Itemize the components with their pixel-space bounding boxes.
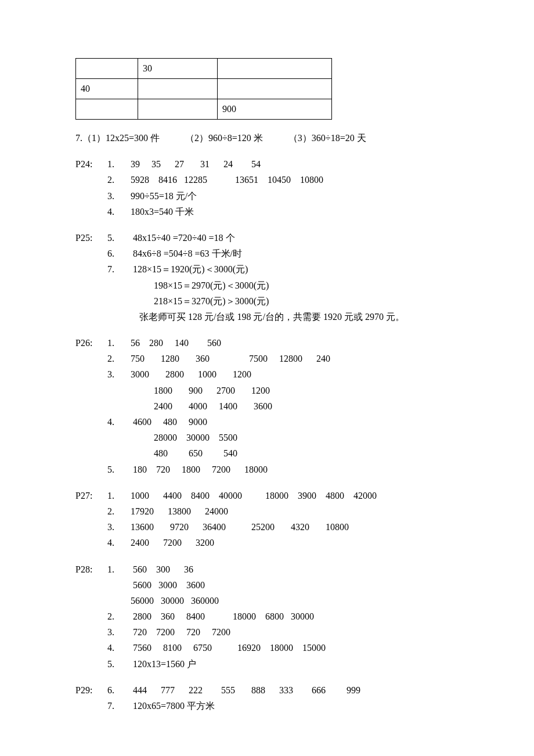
item-values: 120x65=7800 平方米 xyxy=(131,698,215,714)
item-values: 4600 480 9000 xyxy=(131,414,207,430)
item-num: 2. xyxy=(107,609,131,624)
cell-r2c2: 900 xyxy=(218,99,332,120)
item-num: 3. xyxy=(107,188,131,204)
item-num: 1. xyxy=(107,561,131,577)
item-sub: 5600 3000 3600 xyxy=(75,577,459,593)
p26-block: P26:1.56 280 140 560 2.750 1280 360 7500… xyxy=(75,335,459,477)
item-sub: 张老师可买 128 元/台或 198 元/台的，共需要 1920 元或 2970… xyxy=(75,309,459,325)
p29-block: P29:6. 444 777 222 555 888 333 666 999 7… xyxy=(75,682,459,714)
item-values: 2400 7200 3200 xyxy=(131,535,214,550)
item-num: 4. xyxy=(107,414,131,430)
item-values: 39 35 27 31 24 54 xyxy=(131,156,261,172)
item-sub: 198×15＝2970(元)＜3000(元) xyxy=(75,278,459,293)
item-values: 444 777 222 555 888 333 666 999 xyxy=(131,682,360,698)
cell-r2c0 xyxy=(76,99,138,120)
item-values: 560 300 36 xyxy=(131,561,193,577)
item-values: 13600 9720 36400 25200 4320 10800 xyxy=(131,519,349,535)
table-row: 900 xyxy=(76,99,332,120)
item-num: 2. xyxy=(107,172,131,188)
item-num: 7. xyxy=(107,261,131,277)
item-num: 5. xyxy=(107,656,131,672)
table-row: 30 xyxy=(76,59,332,79)
item-num: 4. xyxy=(107,640,131,656)
item-num: 3. xyxy=(107,519,131,535)
item-values: 180 720 1800 7200 18000 xyxy=(131,462,268,477)
cell-r0c0 xyxy=(76,59,138,79)
item-num: 5. xyxy=(107,230,131,246)
item-num: 4. xyxy=(107,535,131,550)
page-label: P27: xyxy=(75,488,107,503)
item-values: 48x15÷40 =720÷40 =18 个 xyxy=(131,230,235,246)
item-values: 3000 2800 1000 1200 xyxy=(131,366,251,382)
page-label: P26: xyxy=(75,335,107,351)
cell-r2c1 xyxy=(138,99,218,120)
item-num: 2. xyxy=(107,351,131,366)
cell-r1c0: 40 xyxy=(76,79,138,99)
item-values: 180x3=540 千米 xyxy=(131,204,194,219)
item-num: 6. xyxy=(107,246,131,261)
cell-r1c2 xyxy=(218,79,332,99)
item-num: 1. xyxy=(107,156,131,172)
item-values: 56 280 140 560 xyxy=(131,335,221,351)
table-row: 40 xyxy=(76,79,332,99)
page-label: P24: xyxy=(75,156,107,172)
item-values: 5928 8416 12285 13651 10450 10800 xyxy=(131,172,323,188)
item-num: 3. xyxy=(107,366,131,382)
item-num: 6. xyxy=(107,682,131,698)
item-num: 7. xyxy=(107,698,131,714)
item-values: 1000 4400 8400 40000 18000 3900 4800 420… xyxy=(131,488,377,503)
item-num: 2. xyxy=(107,503,131,519)
cell-r0c1: 30 xyxy=(138,59,218,79)
p27-block: P27:1.1000 4400 8400 40000 18000 3900 48… xyxy=(75,488,459,551)
page-label: P29: xyxy=(75,682,107,698)
cell-r0c2 xyxy=(218,59,332,79)
data-table: 30 40 900 xyxy=(75,58,332,120)
item-sub: 218×15＝3270(元)＞3000(元) xyxy=(75,293,459,309)
item-sub: 56000 30000 360000 xyxy=(75,593,459,609)
item-values: 750 1280 360 7500 12800 240 xyxy=(131,351,330,366)
item-values: 720 7200 720 7200 xyxy=(131,624,230,640)
item-values: 7560 8100 6750 16920 18000 15000 xyxy=(131,640,326,656)
item-values: 84x6÷8 =504÷8 =63 千米/时 xyxy=(131,246,242,261)
q7-part1: 7.（1）12x25=300 件 xyxy=(75,133,160,143)
item-values: 990÷55=18 元/个 xyxy=(131,188,197,204)
page-label: P28: xyxy=(75,561,107,577)
item-values: 17920 13800 24000 xyxy=(131,503,228,519)
item-values: 2800 360 8400 18000 6800 30000 xyxy=(131,609,314,624)
page-label: P25: xyxy=(75,230,107,246)
item-sub: 2400 4000 1400 3600 xyxy=(75,398,459,414)
question-7: 7.（1）12x25=300 件 （2）960÷8=120 米 （3）360÷1… xyxy=(75,130,459,146)
cell-r1c1 xyxy=(138,79,218,99)
item-sub: 1800 900 2700 1200 xyxy=(75,383,459,398)
item-sub: 480 650 540 xyxy=(75,445,459,461)
item-num: 1. xyxy=(107,335,131,351)
item-values: 120x13=1560 户 xyxy=(131,656,196,672)
item-num: 5. xyxy=(107,462,131,477)
item-sub: 28000 30000 5500 xyxy=(75,430,459,445)
item-num: 4. xyxy=(107,204,131,219)
p25-block: P25:5. 48x15÷40 =720÷40 =18 个 6. 84x6÷8 … xyxy=(75,230,459,325)
p28-block: P28:1. 560 300 36 5600 3000 3600 56000 3… xyxy=(75,561,459,672)
p24-block: P24:1.39 35 27 31 24 54 2.5928 8416 1228… xyxy=(75,156,459,219)
item-values: 128×15＝1920(元)＜3000(元) xyxy=(131,261,248,277)
item-num: 3. xyxy=(107,624,131,640)
item-num: 1. xyxy=(107,488,131,503)
q7-part3: （3）360÷18=20 天 xyxy=(288,133,366,143)
q7-part2: （2）960÷8=120 米 xyxy=(185,133,263,143)
